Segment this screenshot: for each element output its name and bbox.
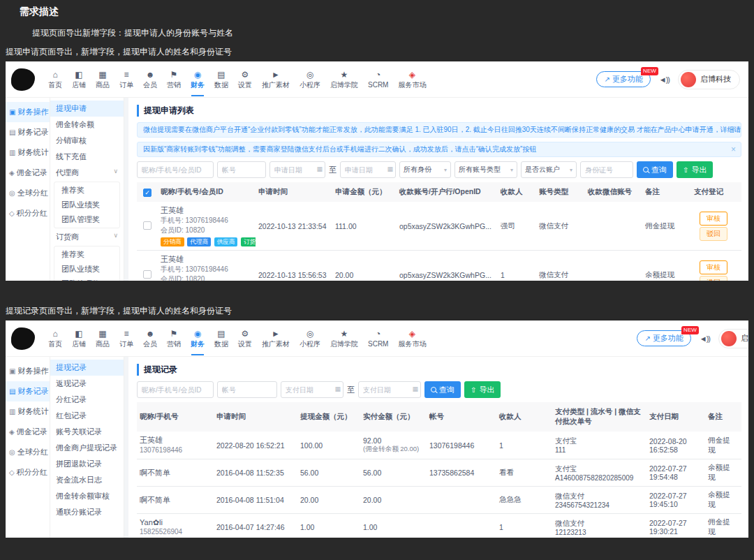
sidebar-item-global-dividend[interactable]: ◎全球分红 (6, 442, 50, 462)
menu-dealer-referral-bonus[interactable]: 推荐奖 (54, 247, 119, 262)
sidebar-item-global-dividend[interactable]: ◎全球分红 (6, 183, 50, 203)
nav-item-service-market[interactable]: ◈服务市场 (393, 68, 431, 91)
menu-withdraw-records[interactable]: 提现记录 (50, 360, 124, 376)
menu-dealer-group[interactable]: 订货商∨ (50, 229, 124, 245)
nav-item-finance[interactable]: ◉财务 (186, 68, 209, 91)
nav-item-miniprogram[interactable]: ◎小程序 (295, 68, 325, 91)
close-icon[interactable]: × (731, 142, 736, 156)
nav-item-marketing[interactable]: ⚑营销 (162, 327, 186, 351)
idcard-input[interactable] (580, 161, 633, 178)
sidebar-item-commission-records[interactable]: ◈佣金记录 (6, 163, 50, 183)
row-checkbox[interactable] (143, 221, 151, 230)
more-features-button[interactable]: ↗ 更多功能 NEW (637, 330, 690, 346)
nav-item-orders[interactable]: ≡订单 (114, 327, 138, 351)
nav-item-settings[interactable]: ⚙设置 (233, 68, 257, 91)
brand-account[interactable]: 启博科技 (678, 70, 740, 89)
menu-agent-referral-bonus[interactable]: 推荐奖 (54, 183, 119, 198)
sidebar-item-finance-records[interactable]: ▤财务记录 (6, 381, 50, 401)
nav-item-shop[interactable]: ◧店铺 (67, 327, 91, 351)
account-input[interactable] (217, 161, 266, 178)
nav-item-promo-material[interactable]: ►推广素材 (257, 68, 295, 91)
close-icon[interactable]: × (731, 123, 736, 137)
member-name[interactable]: 王英雄 (140, 435, 211, 445)
sidebar-item-commission-records[interactable]: ◈佣金记录 (6, 422, 50, 442)
keyword-input[interactable] (137, 161, 214, 178)
menu-merchant-withdraw-records[interactable]: 佣金商户提现记录 (50, 440, 124, 456)
nav-item-academy[interactable]: ★启博学院 (325, 68, 363, 91)
member-name[interactable]: 啊不简单 (140, 495, 211, 506)
announcement-speaker-icon[interactable]: ◄)) (659, 75, 670, 84)
nav-item-miniprogram[interactable]: ◎小程序 (295, 327, 325, 351)
account-type-select[interactable]: 所有账号类型▾ (454, 161, 517, 178)
nav-item-goods[interactable]: ▦商品 (91, 68, 114, 91)
nav-item-marketing[interactable]: ⚑营销 (162, 68, 186, 91)
audit-button[interactable]: 审核 (700, 260, 727, 274)
pay-date-start-picker[interactable]: ▦ (281, 381, 343, 398)
nav-item-scrm[interactable]: ◔SCRM (363, 68, 393, 91)
nav-item-service-market[interactable]: ◈服务市场 (393, 327, 431, 351)
apply-date-end-picker[interactable]: ▦ (340, 161, 396, 178)
menu-cashback-records[interactable]: 返现记录 (50, 376, 124, 392)
apply-date-end-input[interactable] (340, 161, 396, 178)
menu-fund-flow-log[interactable]: 资金流水日志 (50, 472, 124, 488)
return-button[interactable]: 退回 (700, 276, 727, 281)
menu-agent-team-performance-bonus[interactable]: 团队业绩奖 (54, 198, 119, 212)
export-button[interactable]: ⇧导出 (464, 381, 501, 398)
row-checkbox[interactable] (143, 270, 151, 279)
menu-tonglian-split-records[interactable]: 通联分账记录 (50, 504, 124, 520)
sidebar-item-points-dividend[interactable]: ◇积分分红 (6, 462, 50, 482)
pay-date-end-picker[interactable]: ▦ (358, 381, 421, 398)
menu-distribution-audit[interactable]: 分销审核 (50, 133, 124, 149)
announcement-speaker-icon[interactable]: ◄)) (700, 334, 710, 343)
menu-dealer-team-performance-bonus[interactable]: 团队业绩奖 (54, 262, 119, 277)
nav-item-finance[interactable]: ◉财务 (186, 327, 209, 351)
menu-account-link-records[interactable]: 账号关联记录 (50, 424, 124, 440)
export-button[interactable]: ⇧导出 (677, 161, 713, 178)
nav-item-home[interactable]: ⌂首页 (43, 327, 67, 351)
menu-groupbuy-refund-records[interactable]: 拼团退款记录 (50, 456, 124, 472)
sidebar-item-finance-statistics[interactable]: ▥财务统计 (6, 142, 50, 163)
nav-item-goods[interactable]: ▦商品 (91, 327, 114, 351)
pay-date-start-input[interactable] (281, 381, 343, 398)
account-input[interactable] (217, 381, 277, 398)
nav-item-home[interactable]: ⌂首页 (43, 68, 67, 91)
member-name[interactable]: Yan✿li (140, 518, 211, 527)
sidebar-item-finance-operations[interactable]: ▣财务操作 (6, 102, 50, 122)
menu-agent-group[interactable]: 代理商∨ (50, 165, 124, 181)
nav-item-shop[interactable]: ◧店铺 (67, 68, 91, 91)
pay-date-end-input[interactable] (358, 381, 421, 398)
sidebar-item-finance-records[interactable]: ▤财务记录 (6, 122, 50, 142)
search-button[interactable]: 查询 (637, 161, 673, 178)
more-features-button[interactable]: ↗ 更多功能 NEW (596, 71, 650, 87)
menu-redpacket-records[interactable]: 红包记录 (50, 408, 124, 424)
reject-button[interactable]: 驳回 (700, 227, 727, 241)
nav-item-members[interactable]: ☻会员 (138, 68, 162, 91)
apply-date-start-picker[interactable]: ▦ (269, 161, 325, 178)
cloud-account-select[interactable]: 是否云账户▾ (521, 161, 577, 178)
member-name[interactable]: 王英雄 (161, 254, 253, 265)
menu-agent-team-management-bonus[interactable]: 团队管理奖 (54, 212, 119, 227)
menu-offline-recharge[interactable]: 线下充值 (50, 149, 124, 165)
nav-item-scrm[interactable]: ◔SCRM (363, 327, 393, 351)
audit-button[interactable]: 审核 (700, 212, 727, 226)
member-name[interactable]: 王英雄 (161, 205, 253, 216)
nav-item-settings[interactable]: ⚙设置 (233, 327, 257, 351)
search-button[interactable]: 查询 (424, 381, 461, 398)
menu-commission-balance-audit[interactable]: 佣金转余额审核 (50, 488, 124, 504)
nav-item-data[interactable]: ▤数据 (209, 68, 233, 91)
sidebar-item-finance-statistics[interactable]: ▥财务统计 (6, 401, 50, 422)
menu-dealer-team-management-bonus[interactable]: 团队管理奖 (54, 277, 119, 281)
nav-item-data[interactable]: ▤数据 (209, 327, 233, 351)
apply-date-start-input[interactable] (269, 161, 325, 178)
nav-item-promo-material[interactable]: ►推广素材 (257, 327, 295, 351)
identity-select[interactable]: 所有身份▾ (399, 161, 451, 178)
select-all-checkbox[interactable]: ✓ (143, 189, 151, 197)
sidebar-item-finance-operations[interactable]: ▣财务操作 (6, 361, 50, 381)
nav-item-academy[interactable]: ★启博学院 (325, 327, 363, 351)
nav-item-orders[interactable]: ≡订单 (114, 68, 138, 91)
menu-dividend-records[interactable]: 分红记录 (50, 392, 124, 408)
sidebar-item-points-dividend[interactable]: ◇积分分红 (6, 203, 50, 223)
member-name[interactable]: 啊不简单 (140, 468, 211, 478)
menu-withdraw-apply[interactable]: 提现申请 (50, 101, 124, 117)
menu-commission-to-balance[interactable]: 佣金转余额 (50, 117, 124, 133)
